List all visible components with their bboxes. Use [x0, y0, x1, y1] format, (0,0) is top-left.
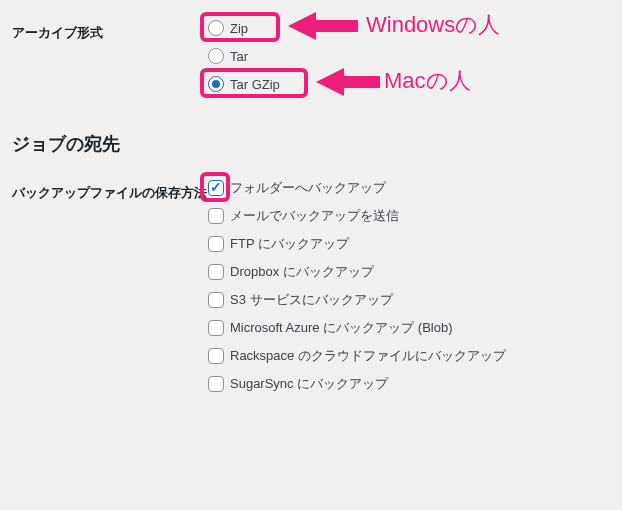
checkbox-azure[interactable]: Microsoft Azure にバックアップ (Blob): [208, 318, 614, 338]
archive-format-options: Windowsの人 Macの人 Zip Tar Tar GZip: [208, 18, 614, 94]
destination-options: フォルダーへバックアップ メールでバックアップを送信 FTP にバックアップ D…: [208, 178, 614, 394]
checkbox-input-mail[interactable]: [208, 208, 224, 224]
checkbox-input-folder[interactable]: [208, 180, 224, 196]
checkbox-input-sugarsync[interactable]: [208, 376, 224, 392]
archive-format-row: アーカイブ形式 Windowsの人 Macの人 Zip Tar: [8, 8, 614, 104]
radio-targzip[interactable]: Tar GZip: [208, 74, 614, 94]
checkbox-sugarsync[interactable]: SugarSync にバックアップ: [208, 374, 614, 394]
checkbox-label-ftp: FTP にバックアップ: [230, 235, 349, 253]
checkbox-folder[interactable]: フォルダーへバックアップ: [208, 178, 614, 198]
checkbox-input-dropbox[interactable]: [208, 264, 224, 280]
checkbox-label-sugarsync: SugarSync にバックアップ: [230, 375, 388, 393]
checkbox-label-rackspace: Rackspace のクラウドファイルにバックアップ: [230, 347, 506, 365]
checkbox-s3[interactable]: S3 サービスにバックアップ: [208, 290, 614, 310]
radio-tar[interactable]: Tar: [208, 46, 614, 66]
radio-input-tar[interactable]: [208, 48, 224, 64]
radio-label-tar: Tar: [230, 49, 248, 64]
radio-input-targzip[interactable]: [208, 76, 224, 92]
checkbox-input-ftp[interactable]: [208, 236, 224, 252]
checkbox-input-rackspace[interactable]: [208, 348, 224, 364]
checkbox-label-azure: Microsoft Azure にバックアップ (Blob): [230, 319, 453, 337]
radio-label-targzip: Tar GZip: [230, 77, 280, 92]
radio-label-zip: Zip: [230, 21, 248, 36]
radio-zip[interactable]: Zip: [208, 18, 614, 38]
checkbox-label-folder: フォルダーへバックアップ: [230, 179, 386, 197]
archive-format-label: アーカイブ形式: [8, 18, 208, 42]
destination-label: バックアップファイルの保存方法: [8, 178, 208, 202]
checkbox-dropbox[interactable]: Dropbox にバックアップ: [208, 262, 614, 282]
checkbox-mail[interactable]: メールでバックアップを送信: [208, 206, 614, 226]
section-heading-destination: ジョブの宛先: [12, 132, 614, 156]
destination-row: バックアップファイルの保存方法 フォルダーへバックアップ メールでバックアップを…: [8, 168, 614, 404]
checkbox-input-s3[interactable]: [208, 292, 224, 308]
checkbox-rackspace[interactable]: Rackspace のクラウドファイルにバックアップ: [208, 346, 614, 366]
checkbox-input-azure[interactable]: [208, 320, 224, 336]
checkbox-label-mail: メールでバックアップを送信: [230, 207, 399, 225]
radio-input-zip[interactable]: [208, 20, 224, 36]
checkbox-label-s3: S3 サービスにバックアップ: [230, 291, 393, 309]
settings-form: アーカイブ形式 Windowsの人 Macの人 Zip Tar: [8, 8, 614, 404]
checkbox-ftp[interactable]: FTP にバックアップ: [208, 234, 614, 254]
checkbox-label-dropbox: Dropbox にバックアップ: [230, 263, 374, 281]
